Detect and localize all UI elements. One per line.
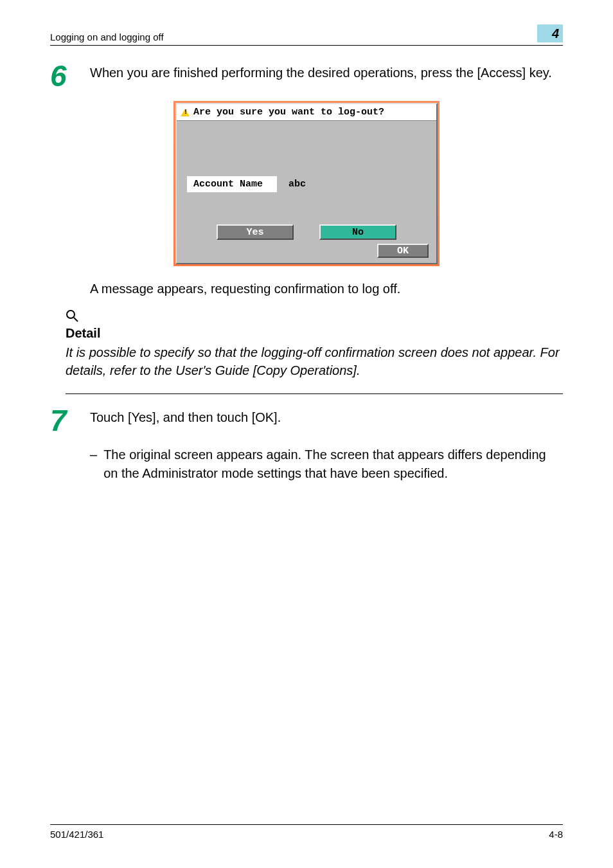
account-row: Account Name abc <box>177 172 436 199</box>
page-header: Logging on and logging off 4 <box>50 24 563 46</box>
detail-body: It is possible to specify so that the lo… <box>66 343 563 379</box>
dialog-prompt: Are you sure you want to log-out? <box>193 107 384 118</box>
step-7-sub: The original screen appears again. The s… <box>103 446 563 483</box>
step-7: 7 Touch [Yes], and then touch [OK]. <box>50 406 563 435</box>
step-number: 6 <box>50 61 75 91</box>
header-title: Logging on and logging off <box>50 32 164 42</box>
warning-icon <box>181 109 190 116</box>
after-dialog-text: A message appears, requesting confirmati… <box>90 282 563 296</box>
step-number: 7 <box>50 406 75 435</box>
logout-dialog: Are you sure you want to log-out? Accoun… <box>173 101 440 266</box>
dialog-title-bar: Are you sure you want to log-out? <box>177 104 436 121</box>
step-6: 6 When you are finished performing the d… <box>50 61 563 91</box>
step-text: When you are finished performing the des… <box>90 61 552 91</box>
dialog-screenshot: Are you sure you want to log-out? Accoun… <box>50 101 563 266</box>
detail-heading: Detail <box>66 326 563 341</box>
step-7-sublist: The original screen appears again. The s… <box>90 446 563 483</box>
magnifier-icon <box>66 309 78 322</box>
detail-block: Detail It is possible to specify so that… <box>66 309 563 394</box>
svg-point-0 <box>67 311 75 318</box>
step-text: Touch [Yes], and then touch [OK]. <box>90 406 281 435</box>
account-name-label: Account Name <box>187 176 277 192</box>
ok-button[interactable]: OK <box>377 244 429 258</box>
yes-button[interactable]: Yes <box>217 224 294 240</box>
account-name-value: abc <box>283 176 426 192</box>
no-button[interactable]: No <box>319 224 396 240</box>
footer-left: 501/421/361 <box>50 829 103 840</box>
page-footer: 501/421/361 4-8 <box>50 824 563 840</box>
chapter-badge: 4 <box>537 24 563 42</box>
footer-right: 4-8 <box>549 829 563 840</box>
svg-line-1 <box>74 318 78 321</box>
